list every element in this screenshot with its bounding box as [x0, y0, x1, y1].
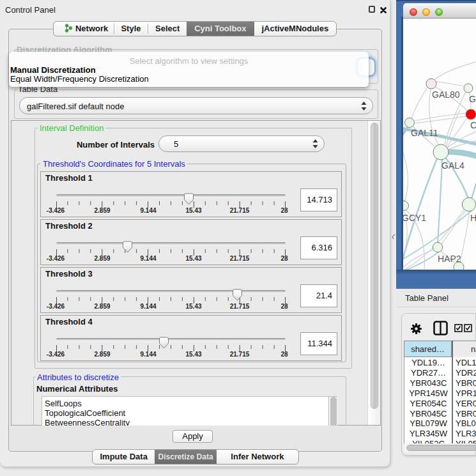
svg-text:GA: GA [469, 94, 476, 104]
svg-text:GAL4: GAL4 [441, 160, 464, 171]
svg-text:C: C [470, 120, 476, 130]
svg-text:GAL80: GAL80 [432, 89, 460, 100]
svg-text:HAP2: HAP2 [438, 254, 461, 264]
svg-text:H: H [470, 213, 476, 223]
svg-text:GAL11: GAL11 [411, 128, 438, 138]
svg-text:GCY1: GCY1 [403, 213, 426, 223]
